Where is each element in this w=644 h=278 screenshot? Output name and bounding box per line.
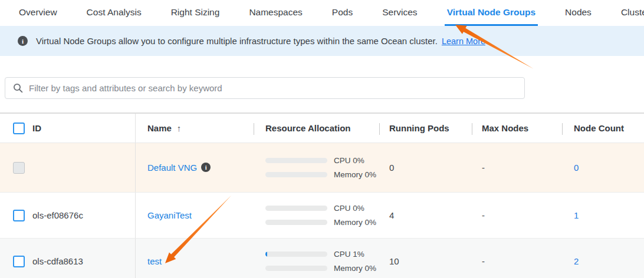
info-icon: i [18,36,28,46]
memory-usage-bar [265,172,327,177]
vng-name-link[interactable]: Default VNG i [147,163,211,173]
filter-search-input[interactable]: Filter by tags and attributes or search … [5,77,525,99]
column-header-id[interactable]: ID [32,114,136,143]
cpu-usage-label: CPU 0% [334,156,364,165]
memory-usage-bar [265,220,327,225]
tab-pods[interactable]: Pods [330,0,355,26]
running-pods-value: 4 [379,210,472,220]
max-nodes-value: - [472,163,562,173]
tab-virtual-node-groups[interactable]: Virtual Node Groups [445,0,538,26]
search-placeholder-text: Filter by tags and attributes or search … [29,83,222,93]
vng-name-link[interactable]: GayaniTest [147,210,192,220]
tab-overview[interactable]: Overview [17,0,60,26]
cpu-usage-bar [265,158,327,163]
sort-ascending-icon[interactable]: ↑ [177,123,182,133]
table-row-gayanitest[interactable]: ols-ef08676c GayaniTest CPU 0% Memory 0%… [0,192,644,238]
table-header-row: ID Name ↑ Resource Allocation Running Po… [0,112,644,143]
column-header-max-nodes[interactable]: Max Nodes [472,114,562,143]
row-checkbox[interactable] [13,210,25,221]
memory-usage-label: Memory 0% [334,264,376,273]
virtual-node-groups-page: Overview Cost Analysis Right Sizing Name… [0,0,644,278]
vng-name-link[interactable]: test [147,256,162,266]
row-checkbox-disabled [13,162,25,174]
row-checkbox[interactable] [13,256,25,267]
max-nodes-value: - [472,256,562,266]
vng-id: ols-ef08676c [32,193,136,238]
vng-id [32,143,136,192]
node-count-link[interactable]: 1 [574,210,579,220]
search-icon [13,83,23,93]
memory-usage-bar [265,266,327,271]
info-banner: i Virtual Node Groups allow you to confi… [0,26,644,56]
max-nodes-value: - [472,210,562,220]
column-header-resource-allocation[interactable]: Resource Allocation [254,114,379,143]
vng-table: ID Name ↑ Resource Allocation Running Po… [0,112,644,278]
node-count-link[interactable]: 2 [574,256,579,266]
column-header-running-pods[interactable]: Running Pods [379,114,472,143]
tab-cost-analysis[interactable]: Cost Analysis [84,0,144,26]
tab-nodes[interactable]: Nodes [563,0,594,26]
node-count-link[interactable]: 0 [574,163,579,173]
running-pods-value: 10 [379,256,472,266]
vng-info-icon[interactable]: i [201,163,211,172]
cpu-usage-bar [265,251,327,257]
cluster-tab-bar: Overview Cost Analysis Right Sizing Name… [0,0,644,26]
memory-usage-label: Memory 0% [334,170,376,179]
running-pods-value: 0 [379,163,472,173]
banner-text: Virtual Node Groups allow you to configu… [36,36,438,46]
tab-namespaces[interactable]: Namespaces [247,0,304,26]
vng-id: ols-cdfa8613 [32,239,136,278]
table-row-test[interactable]: ols-cdfa8613 test CPU 1% Memory 0% 10 - [0,238,644,278]
cpu-usage-label: CPU 0% [334,204,364,213]
tab-services[interactable]: Services [380,0,419,26]
column-header-node-count[interactable]: Node Count [562,114,644,143]
column-header-name[interactable]: Name ↑ [136,114,254,143]
tab-right-sizing[interactable]: Right Sizing [169,0,222,26]
memory-usage-label: Memory 0% [334,218,376,227]
select-all-checkbox[interactable] [13,123,25,134]
cpu-usage-label: CPU 1% [334,250,364,259]
tab-cluster-rolls[interactable]: Cluster Rolls [619,0,644,26]
cpu-usage-bar [265,206,327,211]
learn-more-link[interactable]: Learn More [442,37,485,46]
table-row-default-vng[interactable]: Default VNG i CPU 0% Memory 0% 0 - [0,143,644,192]
